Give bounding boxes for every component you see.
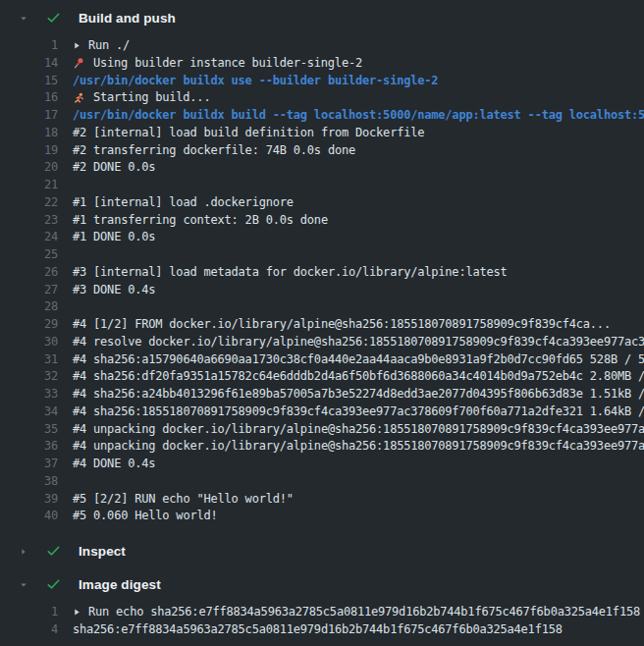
log-line: 29#4 [1/2] FROM docker.io/library/alpine… [0,316,644,334]
log-text: Using builder instance builder-single-2 [93,55,362,73]
line-number[interactable]: 35 [0,421,58,439]
log-text: #1 transferring context: 2B 0.0s done [73,212,328,230]
log-line: 22#1 [internal] load .dockerignore [0,194,644,212]
line-number[interactable]: 19 [0,142,58,160]
line-number[interactable]: 33 [0,386,58,404]
caret-right-icon[interactable] [16,544,31,560]
section-header-build-and-push[interactable]: Build and push [0,8,644,28]
line-number[interactable]: 28 [0,298,58,316]
line-number[interactable]: 39 [0,491,58,509]
line-number[interactable]: 25 [0,246,58,264]
log-line: 4sha256:e7ff8834a5963a2785c5a0811e979d16… [0,621,644,639]
log-text: #3 DONE 0.4s [73,282,155,299]
line-number[interactable]: 38 [0,473,58,491]
log-text: #2 [internal] load build definition from… [73,125,424,142]
log-line: 35#4 unpacking docker.io/library/alpine@… [0,421,644,439]
log-line: 19#2 transferring dockerfile: 74B 0.0s d… [0,142,644,160]
log-line: 17/usr/bin/docker buildx build --tag loc… [0,107,644,125]
log-text: /usr/bin/docker buildx build --tag local… [73,107,644,125]
line-number[interactable]: 30 [0,334,58,351]
log-line: 27#3 DONE 0.4s [0,282,644,299]
log-line: 34#4 sha256:185518070891758909c9f839cf4c… [0,404,644,421]
line-number[interactable]: 22 [0,194,58,212]
pushpin-icon [73,57,85,70]
log-line: 39#5 [2/2] RUN echo "Hello world!" [0,491,644,509]
caret-down-icon[interactable] [16,577,31,593]
log-line: 26#3 [internal] load metadata for docker… [0,264,644,282]
line-number[interactable]: 21 [0,177,58,194]
log-line: 40#5 0.060 Hello world! [0,508,644,525]
section-header-image-digest[interactable]: Image digest [0,574,644,595]
log-line: 16Starting build... [0,89,644,107]
section-header-inspect[interactable]: Inspect [0,541,644,562]
line-number[interactable]: 27 [0,282,58,299]
log-line: 28 [0,298,644,316]
line-number[interactable]: 37 [0,456,58,473]
line-number[interactable]: 23 [0,212,58,230]
log-line: 15/usr/bin/docker buildx use --builder b… [0,73,644,90]
section-inspect: Inspect [0,541,644,562]
line-number[interactable]: 16 [0,89,58,107]
log-line: 33#4 sha256:a24bb4013296f61e89ba57005a7b… [0,386,644,404]
log-text: /usr/bin/docker buildx use --builder bui… [73,73,438,90]
line-number[interactable]: 17 [0,107,58,125]
log-line: 31#4 sha256:a15790640a6690aa1730c38cf0a4… [0,351,644,369]
log-line: 25 [0,246,644,264]
log-text: sha256:e7ff8834a5963a2785c5a0811e979d16b… [73,621,563,639]
log-text: #4 sha256:df20fa9351a15782c64e6dddb2d4a6… [73,368,644,386]
log-line: 36#4 unpacking docker.io/library/alpine@… [0,438,644,456]
section-title: Inspect [79,544,126,559]
line-number[interactable]: 31 [0,351,58,369]
log-text: #3 [internal] load metadata for docker.i… [73,264,508,282]
section-image-digest: Image digest1Run echo sha256:e7ff8834a59… [0,574,644,639]
expand-chevron-icon[interactable] [73,40,81,51]
line-number[interactable]: 40 [0,508,58,525]
check-icon [45,544,61,560]
section-title: Build and push [79,11,176,26]
log-text: Starting build... [93,89,210,107]
log-lines: 1Run ./14Using builder instance builder-… [0,37,644,525]
log-line: 38 [0,473,644,491]
expand-chevron-icon[interactable] [73,607,81,618]
log-text[interactable]: Run ./ [88,37,130,55]
line-number[interactable]: 26 [0,264,58,282]
log-line: 23#1 transferring context: 2B 0.0s done [0,212,644,230]
line-number[interactable]: 36 [0,438,58,456]
log-text: #5 [2/2] RUN echo "Hello world!" [73,491,294,509]
log-line: 1Run ./ [0,37,644,55]
line-number[interactable]: 20 [0,159,58,177]
line-number[interactable]: 14 [0,55,58,73]
log-line: 1Run echo sha256:e7ff8834a5963a2785c5a08… [0,604,644,621]
log-text: #4 DONE 0.4s [73,456,155,473]
line-number[interactable]: 15 [0,73,58,90]
caret-down-icon[interactable] [16,11,31,27]
log-line: 14Using builder instance builder-single-… [0,55,644,73]
line-number[interactable]: 29 [0,316,58,334]
line-number[interactable]: 1 [0,604,58,621]
log-text: #4 [1/2] FROM docker.io/library/alpine@s… [73,316,611,334]
log-line: 32#4 sha256:df20fa9351a15782c64e6dddb2d4… [0,368,644,386]
log-line: 20#2 DONE 0.0s [0,159,644,177]
line-number[interactable]: 18 [0,125,58,142]
log-text: #2 DONE 0.0s [73,159,155,177]
line-number[interactable]: 24 [0,229,58,246]
log-lines: 1Run echo sha256:e7ff8834a5963a2785c5a08… [0,604,644,639]
log-text: #4 sha256:185518070891758909c9f839cf4ca3… [73,404,644,421]
log-line: 21 [0,177,644,194]
line-number[interactable]: 32 [0,368,58,386]
line-number[interactable]: 1 [0,37,58,55]
log-text: #5 0.060 Hello world! [73,508,218,525]
log-text: #4 sha256:a15790640a6690aa1730c38cf0a440… [73,351,644,369]
check-icon [45,577,61,593]
line-number[interactable]: 4 [0,621,58,639]
log-text[interactable]: Run echo sha256:e7ff8834a5963a2785c5a081… [88,604,640,621]
check-icon [45,11,61,27]
log-text: #4 sha256:a24bb4013296f61e89ba57005a7b3e… [73,386,644,404]
log-text: #1 [internal] load .dockerignore [73,194,294,212]
workflow-log-viewer: Build and push1Run ./14Using builder ins… [0,0,644,646]
log-line: 30#4 resolve docker.io/library/alpine@sh… [0,334,644,351]
log-text: #2 transferring dockerfile: 74B 0.0s don… [73,142,355,160]
line-number[interactable]: 34 [0,404,58,421]
section-build-and-push: Build and push1Run ./14Using builder ins… [0,8,644,525]
log-text: #4 unpacking docker.io/library/alpine@sh… [73,438,644,456]
